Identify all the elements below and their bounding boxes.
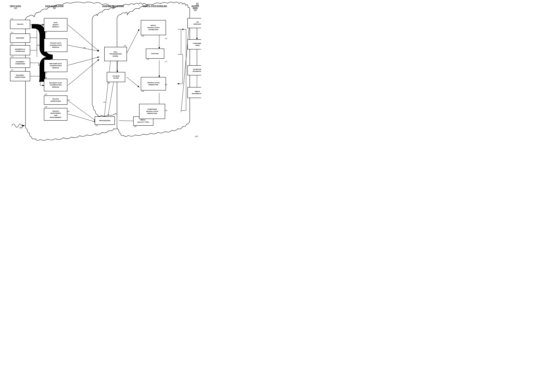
svg-line-31 [107, 80, 114, 121]
box-kalman-filter: KALMAN FILTER 142 [107, 72, 125, 82]
box-roadway-data-agg: ROADWAY DATA AGGREGATION MODULE 154 [44, 79, 67, 91]
box-compound-pred: COMPOUND TRAFFIC STATE PREDICTION 190 [139, 104, 165, 119]
ref-100-arrow [10, 117, 27, 129]
svg-line-19 [127, 29, 139, 54]
svg-line-34 [68, 114, 96, 122]
box-pavement: PAVEMENT CONDITIONS 114 [10, 58, 30, 68]
diagram-container: { "title": "Traffic System Architecture … [0, 0, 201, 142]
header-general-processing: GENERAL PROCESSING 140 [102, 5, 124, 9]
box-traffic: TRAFFIC 111 [10, 20, 30, 29]
header-output-data: OUTPUT DATA 120 [189, 5, 201, 11]
header-traffic-state-modeling: TRAFFIC STATE MODELING [142, 5, 167, 7]
box-traffic-operations: TRAFFIC OPERATIONS 220 [44, 96, 67, 105]
box-cell-transmission: CELL TRANSMISSION MODEL 141 [104, 47, 127, 61]
box-weather: WEATHER 112 [10, 33, 30, 43]
ref-222: 222 [67, 99, 70, 101]
box-media-dist: MEDIA DISTRIBUTION 214 [187, 87, 201, 98]
ref-141: 134 [83, 47, 85, 49]
box-api-modules: API MODULES 200 [187, 18, 201, 28]
header-data-assimilation: DATA ASSIMILATION 150 [45, 5, 63, 9]
svg-line-30 [104, 60, 111, 121]
box-traffic-data-agg: TRAFFIC DATA AGGREGATION MODULE 152 [44, 38, 67, 52]
page-label: 1/1 [196, 2, 199, 5]
box-traffic-state-pred: TRAFFIC STATE PREDICTION 180 [141, 77, 166, 90]
box-routing: ROUTING 170 [146, 49, 164, 59]
box-processors: PROCESSORS 132 [95, 116, 115, 125]
svg-line-33 [68, 100, 96, 121]
box-weather-data-agg: WEATHER DATA AGGREGATION MODULE 153 [44, 60, 67, 72]
ref-232: 232 [67, 111, 70, 112]
ref-130: 130 [195, 135, 198, 137]
box-onboard: ON-BOARD TELEMATICS 212 [187, 65, 201, 75]
box-initial-traffic: INITIAL TRAFFIC STATE ESTIMATION 160 [141, 20, 166, 35]
svg-line-17 [68, 60, 99, 85]
ref-192: 192 [165, 110, 167, 111]
ref-162: 162 [165, 38, 167, 39]
box-data-ingest: DATA INGEST MODULE 151 [44, 18, 67, 31]
ref-182: 182 [165, 84, 167, 85]
svg-line-16 [68, 57, 99, 65]
box-incidents: INCIDENTS & ANOMALIES 113 [10, 45, 30, 55]
box-roadway-ops: ROADWAY OPERATIONS 115 [10, 71, 30, 81]
ref-134: 134 [103, 101, 106, 103]
box-traffic-monitoring: TRAFFIC MONITORING AND MANAGEMENT 230 [44, 108, 67, 121]
ref-172: 172 [165, 61, 167, 62]
box-consumer-uses: CONSUMER USES 210 [187, 39, 201, 49]
svg-line-20 [127, 77, 139, 87]
header-input-data: INPUT DATA 110 [10, 5, 21, 9]
